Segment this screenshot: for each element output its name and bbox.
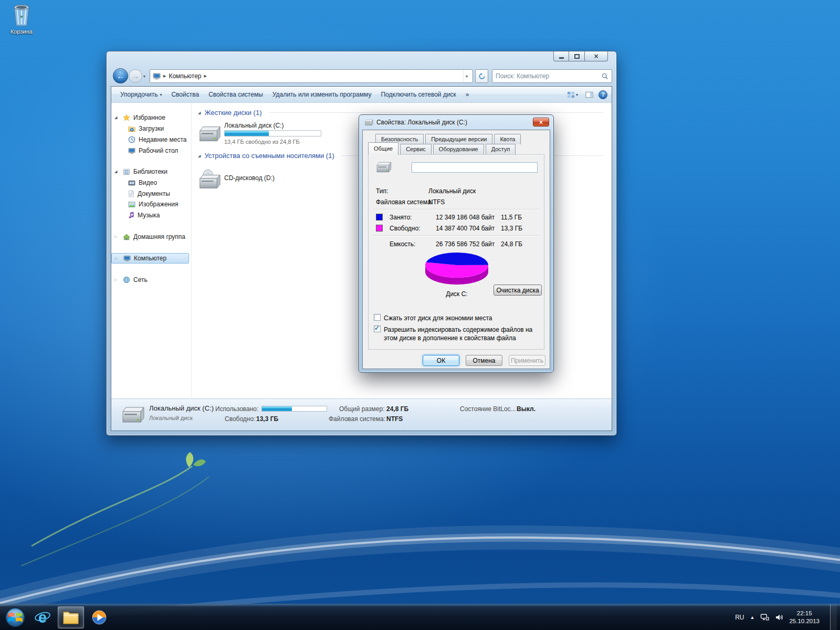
address-dropdown-icon[interactable]: ▾ [463, 70, 470, 82]
sidebar-item-music[interactable]: Музыка [111, 210, 189, 220]
help-icon: ? [601, 91, 605, 98]
free-bytes: 14 387 400 704 байт [436, 225, 495, 232]
uninstall-program-button[interactable]: Удалить или изменить программу [268, 89, 376, 100]
start-button[interactable] [3, 606, 27, 628]
tab-quota[interactable]: Квота [494, 134, 521, 144]
help-button[interactable]: ? [598, 90, 607, 99]
close-button[interactable]: × [584, 51, 608, 61]
tab-sharing[interactable]: Доступ [486, 144, 516, 154]
preview-pane-button[interactable] [583, 89, 595, 100]
music-note-icon [128, 212, 134, 219]
dialog-close-button[interactable]: × [533, 118, 549, 127]
dialog-body: Безопасность Предыдущие версии Квота Общ… [362, 130, 550, 369]
show-desktop-button[interactable] [830, 604, 837, 630]
taskbar-media-player-button[interactable] [86, 606, 112, 628]
sidebar-item-pictures[interactable]: Изображения [111, 199, 189, 209]
tab-previous-versions[interactable]: Предыдущие версии [425, 134, 492, 144]
clock-time: 22:15 [789, 610, 820, 617]
recycle-bin-desktop-icon[interactable]: Корзина [4, 3, 39, 35]
cd-drive-name: CD-дисковод (D:) [224, 174, 275, 182]
volume-label-input[interactable] [412, 162, 538, 173]
navigation-bar: ← → ▾ ▶ Компьютер ▶ ▾ [107, 67, 616, 86]
tab-row-front: Общие Сервис Оборудование Доступ [368, 144, 516, 156]
dialog-buttons: ОК Отмена Применить [423, 355, 545, 366]
tab-tools[interactable]: Сервис [400, 144, 432, 154]
cd-drive-icon [197, 169, 221, 190]
maximize-icon [574, 54, 580, 59]
hard-drive-icon [364, 119, 373, 127]
index-checkbox-label[interactable]: Разрешить индексировать содержимое файло… [384, 326, 548, 342]
compress-checkbox[interactable] [374, 314, 381, 321]
preview-pane-icon [585, 91, 593, 99]
apply-button[interactable]: Применить [509, 355, 545, 366]
back-button[interactable]: ← [113, 68, 128, 83]
desktop-background[interactable]: { "desktop": { "recycle_bin_label": "Кор… [0, 0, 840, 630]
taskbar-clock[interactable]: 22:15 25.10.2013 [789, 610, 820, 625]
sidebar-item-desktop[interactable]: Рабочий стол [111, 145, 189, 156]
search-input[interactable] [496, 72, 601, 80]
recycle-bin-label: Корзина [4, 28, 39, 35]
disk-cleanup-button[interactable]: Очистка диска [494, 285, 542, 296]
maximize-button[interactable] [569, 51, 584, 61]
sidebar-item-video[interactable]: Видео [111, 177, 189, 188]
breadcrumb[interactable]: Компьютер [169, 72, 201, 80]
ok-button[interactable]: ОК [423, 355, 459, 366]
free-color-swatch [376, 225, 383, 232]
capacity-size: 24,8 ГБ [501, 240, 522, 248]
toolbar-overflow-button[interactable]: » [461, 89, 474, 100]
expander-icon[interactable]: ▷ [114, 278, 117, 282]
index-checkbox[interactable]: ✓ [374, 326, 381, 332]
taskbar-ie-button[interactable]: e [29, 606, 56, 628]
sidebar-item-homegroup[interactable]: ▷ Домашняя группа [111, 232, 189, 242]
dialog-titlebar[interactable]: Свойства: Локальный диск (C:) [359, 115, 553, 130]
minimize-button[interactable] [553, 51, 569, 61]
tab-hardware[interactable]: Оборудование [433, 144, 484, 154]
language-indicator[interactable]: RU [735, 614, 744, 621]
details-free-label: Свободно: [225, 415, 256, 423]
group-expander-icon[interactable]: ◢ [198, 111, 201, 115]
sidebar-item-network[interactable]: ▷ Сеть [111, 275, 189, 285]
system-properties-button[interactable]: Свойства системы [204, 89, 268, 100]
expander-icon[interactable]: ◢ [114, 170, 117, 174]
media-player-icon [91, 609, 108, 626]
forward-button[interactable]: → [129, 69, 142, 83]
command-bar-right: ▾ ? [565, 89, 607, 100]
drive-c-item[interactable]: Локальный диск (C:) 13,4 ГБ свободно из … [195, 121, 332, 148]
sidebar-item-libraries[interactable]: ◢ Библиотеки [111, 166, 189, 177]
details-type: Локальный диск [149, 415, 193, 421]
sidebar-item-computer[interactable]: ▷ Компьютер [111, 253, 189, 264]
details-capacity-bar [261, 406, 327, 412]
taskbar-explorer-button[interactable] [58, 606, 84, 628]
sidebar-item-recent-places[interactable]: Недавние места [111, 134, 189, 145]
general-tab-page: Тип: Локальный диск Файловая система: NT… [368, 154, 544, 350]
capacity-label: Емкость: [390, 240, 415, 248]
expander-icon[interactable]: ◢ [114, 116, 117, 120]
command-bar: Упорядочить ▾ Свойства Свойства системы … [111, 87, 612, 103]
recent-pages-dropdown[interactable]: ▾ [143, 74, 145, 79]
properties-button[interactable]: Свойства [166, 89, 204, 100]
sidebar-item-documents[interactable]: Документы [111, 188, 189, 199]
compress-checkbox-label[interactable]: Сжать этот диск для экономии места [384, 314, 548, 322]
group-expander-icon[interactable]: ◢ [198, 154, 201, 158]
details-total-value: 24,8 ГБ [386, 405, 408, 413]
change-view-button[interactable]: ▾ [565, 89, 580, 100]
tab-general[interactable]: Общие [368, 142, 398, 155]
expander-icon[interactable]: ▷ [115, 256, 118, 260]
cd-drive-item[interactable]: CD-дисковод (D:) [195, 167, 332, 193]
show-hidden-icons-button[interactable]: ▲ [750, 615, 755, 620]
expander-icon[interactable]: ▷ [114, 235, 117, 239]
sidebar-item-favorites[interactable]: ◢ Избранное [111, 112, 189, 123]
network-tray-icon[interactable] [760, 613, 769, 622]
refresh-button[interactable] [475, 69, 488, 83]
breadcrumb-arrow-icon[interactable]: ▶ [204, 74, 207, 78]
organize-menu-button[interactable]: Упорядочить ▾ [116, 89, 166, 100]
address-bar[interactable]: ▶ Компьютер ▶ ▾ [150, 69, 473, 83]
sidebar-item-downloads[interactable]: Загрузки [111, 123, 189, 134]
folder-icon [62, 610, 79, 625]
map-network-drive-button[interactable]: Подключить сетевой диск [376, 89, 460, 100]
document-icon [128, 190, 134, 197]
used-color-swatch [376, 214, 383, 220]
volume-tray-icon[interactable] [775, 613, 783, 622]
computer-icon [153, 73, 161, 80]
cancel-button[interactable]: Отмена [466, 355, 502, 366]
